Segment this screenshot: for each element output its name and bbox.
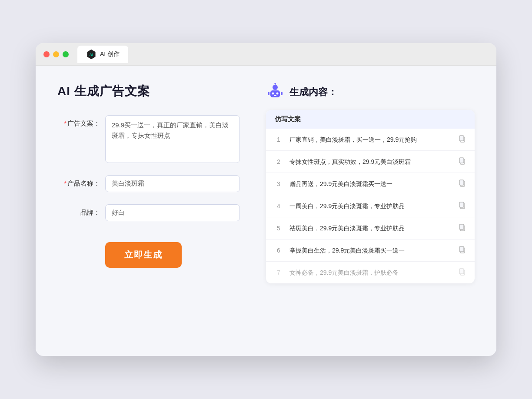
titlebar: AI AI 创作	[36, 43, 496, 66]
copy-icon[interactable]	[458, 179, 466, 189]
svg-point-4	[272, 93, 274, 95]
svg-rect-14	[459, 158, 464, 163]
svg-rect-20	[459, 224, 464, 229]
row-number: 6	[275, 247, 283, 254]
copy-icon[interactable]	[458, 135, 466, 144]
row-number: 7	[275, 269, 283, 276]
table-row: 1厂家直销，美白淡斑霜，买一送一，29.9元抢购	[266, 129, 475, 151]
ad-copy-input[interactable]: 29.9买一送一，真正的厂家直销，美白淡斑霜，专抹女性斑点	[105, 115, 240, 163]
row-text: 祛斑美白，29.9元美白淡斑霜，专业护肤品	[289, 224, 451, 233]
row-text: 专抹女性斑点，真实功效，29.9元美白淡斑霜	[289, 157, 451, 166]
right-header: 生成内容：	[266, 83, 475, 101]
svg-text:AI: AI	[90, 52, 93, 57]
right-title: 生成内容：	[289, 86, 337, 99]
left-panel: AI 生成广告文案 *广告文案： 29.9买一送一，真正的厂家直销，美白淡斑霜，…	[57, 83, 240, 268]
row-number: 5	[275, 225, 283, 232]
svg-rect-22	[459, 246, 464, 252]
required-star-2: *	[64, 180, 66, 187]
table-row: 4一周美白，29.9元美白淡斑霜，专业护肤品	[266, 195, 475, 217]
minimize-button[interactable]	[53, 51, 59, 57]
svg-point-5	[276, 93, 279, 95]
svg-rect-10	[281, 92, 283, 95]
brand-label: 品牌：	[57, 204, 105, 217]
results-column-header: 仿写文案	[266, 110, 475, 129]
copy-icon[interactable]	[458, 246, 466, 255]
table-row: 3赠品再送，29.9元美白淡斑霜买一送一	[266, 173, 475, 195]
row-number: 1	[275, 136, 283, 143]
table-row: 2专抹女性斑点，真实功效，29.9元美白淡斑霜	[266, 151, 475, 173]
generate-button[interactable]: 立即生成	[105, 242, 182, 268]
traffic-lights	[43, 51, 69, 57]
svg-rect-16	[459, 180, 464, 185]
required-star-1: *	[64, 120, 66, 127]
brand-input[interactable]	[105, 204, 240, 221]
svg-rect-24	[459, 269, 464, 274]
svg-point-2	[273, 85, 278, 90]
robot-icon	[266, 83, 284, 101]
product-name-label: *产品名称：	[57, 175, 105, 188]
ad-copy-label: *广告文案：	[57, 115, 105, 128]
copy-icon[interactable]	[458, 268, 466, 277]
ad-copy-row: *广告文案： 29.9买一送一，真正的厂家直销，美白淡斑霜，专抹女性斑点	[57, 115, 240, 163]
svg-rect-9	[268, 92, 269, 95]
close-button[interactable]	[43, 51, 50, 57]
copy-icon[interactable]	[458, 223, 466, 233]
svg-rect-3	[270, 90, 280, 97]
row-text: 掌握美白生活，29.9元美白淡斑霜买一送一	[289, 246, 451, 255]
row-number: 3	[275, 180, 283, 187]
ai-tab-icon: AI	[86, 49, 96, 60]
table-row: 6掌握美白生活，29.9元美白淡斑霜买一送一	[266, 239, 475, 262]
row-text: 赠品再送，29.9元美白淡斑霜买一送一	[289, 180, 451, 189]
svg-rect-6	[274, 95, 276, 96]
row-text: 一周美白，29.9元美白淡斑霜，专业护肤品	[289, 202, 451, 211]
table-row: 5祛斑美白，29.9元美白淡斑霜，专业护肤品	[266, 217, 475, 239]
svg-rect-12	[459, 136, 464, 141]
brand-row: 品牌：	[57, 204, 240, 221]
tab-label: AI 创作	[100, 50, 120, 58]
row-number: 2	[275, 158, 283, 165]
copy-icon[interactable]	[458, 201, 466, 211]
row-text: 女神必备，29.9元美白淡斑霜，护肤必备	[289, 268, 451, 277]
maximize-button[interactable]	[63, 51, 69, 57]
results-list: 1厂家直销，美白淡斑霜，买一送一，29.9元抢购 2专抹女性斑点，真实功效，29…	[266, 129, 475, 283]
page-title: AI 生成广告文案	[57, 83, 240, 100]
svg-point-8	[274, 83, 276, 84]
table-row: 7女神必备，29.9元美白淡斑霜，护肤必备	[266, 262, 475, 283]
ai-tab[interactable]: AI AI 创作	[77, 46, 128, 63]
row-text: 厂家直销，美白淡斑霜，买一送一，29.9元抢购	[289, 135, 451, 144]
right-panel: 生成内容： 仿写文案 1厂家直销，美白淡斑霜，买一送一，29.9元抢购 2专抹女…	[266, 83, 475, 283]
row-number: 4	[275, 203, 283, 209]
product-name-row: *产品名称：	[57, 175, 240, 192]
copy-icon[interactable]	[458, 157, 466, 166]
results-table: 仿写文案 1厂家直销，美白淡斑霜，买一送一，29.9元抢购 2专抹女性斑点，真实…	[266, 110, 475, 283]
main-content: AI 生成广告文案 *广告文案： 29.9买一送一，真正的厂家直销，美白淡斑霜，…	[36, 66, 496, 301]
browser-window: AI AI 创作 AI 生成广告文案 *广告文案： 29.9买一送一，真正的厂家…	[36, 43, 496, 356]
svg-rect-18	[459, 202, 464, 207]
product-name-input[interactable]	[105, 175, 240, 192]
